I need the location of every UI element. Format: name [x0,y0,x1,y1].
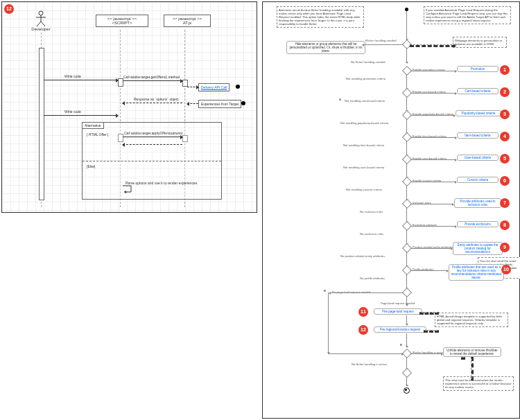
msg-parse-label: Parse options and use it to render exper… [125,181,197,185]
badge-1: 1 [500,65,510,75]
badge-4: 4 [500,132,510,141]
msg-delivery-line [187,87,198,87]
hr6 [410,182,456,182]
msg-write2-label: Write code [64,110,81,114]
h-nopl [329,292,403,293]
hr8 [410,226,456,227]
lane-atjs: << javascript >> AT.js [164,15,211,27]
link3[interactable]: Popularity-based criteria [456,110,501,116]
alt-cond1: [ HTML Offer ] [87,132,108,137]
flowchart-panel: Automatic out-of-the-box flicker handlin… [262,1,520,419]
link6[interactable]: Custom criteria [457,177,499,183]
svg-point-0 [39,11,43,15]
hr2 [410,93,456,94]
v-bypass [328,292,329,353]
msg-getoffers [123,80,182,81]
node-hide-elements: Hide elements or group elements that wil… [286,41,365,54]
note-html-template: HTML-based design template is supported … [435,313,508,327]
msg-response-label: Response as `options` object [134,97,179,101]
d-merge [402,368,412,378]
badge-2: 2 [500,87,510,97]
link9[interactable]: Entity attributes to update the product … [453,242,503,255]
msg-write1 [44,80,118,80]
msg-exp-line [187,103,198,104]
badge-6: 6 [500,176,510,186]
hr10 [410,270,448,271]
link10[interactable]: Profile attributes that are used as a ke… [449,264,504,281]
h1 [363,44,403,45]
note-dom: Webpage elements to personalize or optim… [453,37,507,48]
h-unhide [410,353,442,354]
dot-experiences [241,101,245,105]
badge-3: 3 [500,110,510,119]
note-top-right: If you enabled Automatic Page Load Reque… [424,6,511,24]
end-dot [405,389,407,391]
alt-divider [83,161,221,161]
neg4: Not enabling item-based criteria [343,143,384,147]
hr5 [410,159,456,160]
l-flicker-needed: Flicker handling needed [365,39,396,42]
svg-line-4 [41,21,45,26]
neg6: Not enabling custom criteria [346,188,382,191]
anchor-a: A [339,98,341,101]
hr1 [410,71,456,71]
alt-title: Alternative [83,123,104,129]
link1[interactable]: Promotion [457,66,499,72]
h-tmpl1 [419,312,439,315]
badge-12b: 12 [358,325,368,335]
neg1: Not enabling promotion criteria [346,77,385,80]
h-final [461,357,465,360]
hr9 [410,248,452,249]
neg5: Not enabling user-based criteria [343,166,384,169]
vr-pl2 [406,315,407,325]
msg-applyoffers-ret [123,144,182,145]
link2[interactable]: Cart-based criteria [457,88,499,94]
neg2: Not enabling cart-based criteria [345,99,385,103]
badge-10: 10 [501,265,511,274]
node-fire-pageload[interactable]: Fire page-load request [374,308,422,315]
anchor-b2: B [400,343,402,347]
activation-dev [39,48,44,200]
stickman-icon [35,10,47,27]
anchor-b1: B [324,289,326,292]
l-no-flicker-action: No flicker handling in action [352,362,387,366]
note-experiences: Experiences from Target [198,100,241,108]
badge-9: 9 [500,243,510,252]
neg7: No inclusion rules [360,210,383,213]
v1b [406,48,407,63]
link-delivery-api[interactable]: Delivery API Call [201,85,227,89]
msg-write2 [44,115,118,116]
link4[interactable]: Item-based criteria [457,132,499,139]
node-fire-regional[interactable]: Fire regional-location request [374,326,426,333]
link5[interactable]: User-based criteria [457,155,499,161]
node-unhide: Unhide elements or remove throbber to re… [443,347,501,357]
badge-11: 11 [358,307,368,317]
vr-pl3 [406,333,407,347]
self-msg-parse [120,185,134,195]
link7[interactable]: Provide attributes used in inclusion rul… [454,198,501,208]
hr3 [410,115,455,116]
note-final: This step must be executed when the rend… [443,376,514,391]
h-bypass [328,353,403,354]
msg-applyoffers-label: Call adobe.target.applyOffers(options) [124,131,182,135]
v-start [406,11,407,40]
lane-script: << javascript >> <SCRIPT> [96,15,148,27]
link8[interactable]: Provide exclusions [457,221,499,227]
hr7 [410,204,453,204]
neg8: No exclusion rules [360,232,383,236]
badge-7: 7 [500,198,510,208]
msg-write1-label: Write code [64,74,81,78]
neg9: No product-related entity attributes [340,254,385,258]
badge-12-seq: 12 [4,4,14,14]
vr-end [406,376,407,386]
h-dom [410,44,456,47]
d-pageload [402,288,412,297]
note-delivery[interactable]: Delivery API Call [198,83,229,91]
l-noflicker: No flicker handling needed [351,60,385,64]
svg-line-3 [37,21,41,26]
msg-applyoffers [123,137,182,137]
sequence-diagram-panel: 12 Developer << javascript >> <SCRIPT> <… [1,1,257,213]
actor-label: Developer [27,27,55,31]
actor-developer: Developer [27,10,55,31]
msg-getoffers-label: Call adobe.target.getOffers() method [123,75,180,79]
